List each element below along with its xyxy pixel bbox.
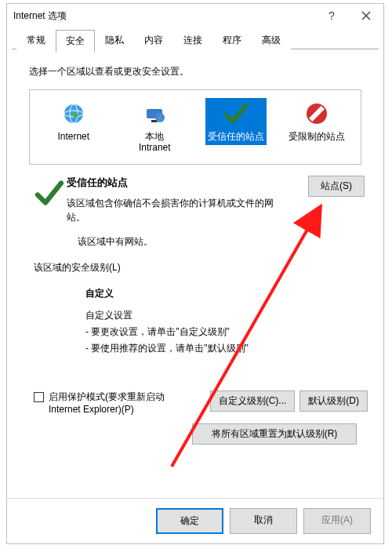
custom-level-button[interactable]: 自定义级别(C)...: [210, 390, 296, 412]
window-title: Internet 选项: [13, 9, 67, 23]
selected-zone-desc: 该区域包含你确信不会损害你的计算机或文件的网站。: [67, 196, 288, 224]
help-button[interactable]: ?: [314, 4, 349, 27]
tab-content[interactable]: 内容: [134, 29, 173, 52]
internet-options-dialog: Internet 选项 ? 常规 安全 隐私 内容 连接 程序 高级 选择一个区…: [6, 3, 384, 544]
zone-restricted[interactable]: 受限制的站点: [286, 98, 347, 145]
tab-advanced[interactable]: 高级: [252, 29, 291, 52]
default-level-button[interactable]: 默认级别(D): [299, 390, 368, 412]
tab-strip: 常规 安全 隐私 内容 连接 程序 高级: [12, 29, 379, 49]
zone-list: Internet 本地 Intranet 受信任的站点 受限制的站点: [29, 89, 361, 165]
zone-internet[interactable]: Internet: [43, 98, 104, 145]
close-button[interactable]: [349, 4, 383, 27]
svg-text:?: ?: [328, 10, 335, 21]
zone-instruction: 选择一个区域以查看或更改安全设置。: [29, 65, 371, 78]
ok-button[interactable]: 确定: [156, 508, 223, 534]
zone-trusted[interactable]: 受信任的站点: [205, 98, 267, 145]
protected-mode-label: 启用保护模式(要求重新启动 Internet Explorer)(P): [49, 390, 198, 416]
custom-title: 自定义: [85, 287, 355, 300]
cancel-button[interactable]: 取消: [230, 508, 297, 534]
tab-connections[interactable]: 连接: [173, 29, 212, 52]
security-level-box: 自定义 自定义设置 - 要更改设置，请单击"自定义级别" - 要使用推荐的设置，…: [29, 281, 361, 364]
tab-privacy[interactable]: 隐私: [95, 29, 134, 52]
zone-has-sites: 该区域中有网站。: [78, 235, 365, 249]
title-bar: Internet 选项 ?: [7, 4, 383, 27]
tab-programs[interactable]: 程序: [212, 29, 252, 52]
custom-line2: - 要更改设置，请单击"自定义级别": [85, 325, 355, 339]
selected-zone-title: 受信任的站点: [67, 176, 288, 190]
apply-button[interactable]: 应用(A): [303, 508, 371, 534]
sites-button[interactable]: 站点(S): [308, 176, 365, 197]
custom-line1: 自定义设置: [85, 308, 355, 322]
protected-mode-checkbox[interactable]: [34, 392, 44, 402]
reset-all-zones-button[interactable]: 将所有区域重置为默认级别(R): [192, 423, 357, 445]
zone-intranet[interactable]: 本地 Intranet: [124, 98, 185, 156]
tab-general[interactable]: 常规: [16, 29, 56, 52]
dialog-buttons: 确定 取消 应用(A): [7, 498, 383, 543]
trusted-check-icon: [32, 176, 67, 210]
window-buttons: ?: [314, 4, 383, 27]
custom-line3: - 要使用推荐的设置，请单击"默认级别": [85, 341, 355, 355]
security-level-group-label: 该区域的安全级别(L): [34, 261, 365, 274]
security-panel: 选择一个区域以查看或更改安全设置。 Internet 本地 Intranet 受…: [13, 49, 377, 452]
